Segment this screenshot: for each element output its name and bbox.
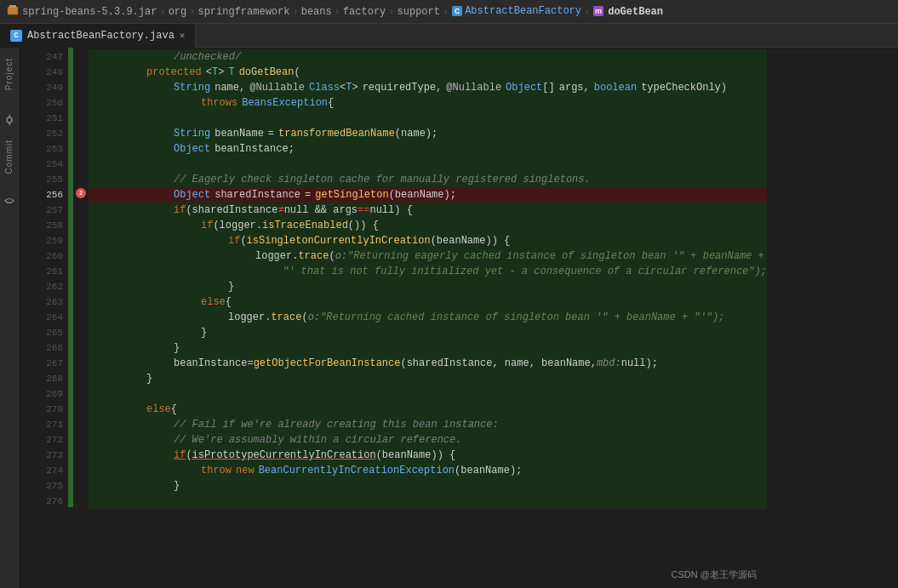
code-line-274: throw new BeanCurrentlyInCreationExcepti…: [89, 463, 767, 478]
ln-256: 256: [34, 187, 63, 203]
git-icon: [3, 195, 15, 207]
ln-257: 257: [34, 203, 63, 218]
ln-274: 274: [34, 463, 63, 478]
ln-264: 264: [34, 310, 63, 325]
code-line-248: protected <T> T doGetBean(: [89, 65, 767, 80]
breadcrumb-beans[interactable]: beans: [301, 6, 332, 18]
ln-266: 266: [34, 340, 63, 356]
tab-class-icon: C: [10, 30, 22, 42]
code-line-264: logger.trace( o: "Returning cached insta…: [89, 310, 767, 325]
svg-text:m: m: [595, 7, 602, 15]
code-line-261: "' that is not fully initialized yet - a…: [89, 264, 767, 279]
breadcrumb-jar[interactable]: spring-beans-5.3.9.jar: [22, 6, 157, 18]
commit-label[interactable]: Commit: [4, 140, 14, 174]
code-line-250: throws BeansException {: [89, 95, 767, 111]
ln-260: 260: [34, 248, 63, 264]
code-line-275: }: [89, 478, 767, 494]
ln-252: 252: [34, 126, 63, 141]
tab-bar: C AbstractBeanFactory.java ✕: [0, 24, 898, 48]
code-line-268: }: [89, 371, 767, 386]
code-line-249: String name, @Nullable Class<T> required…: [89, 80, 767, 95]
breadcrumb-springframework[interactable]: springframework: [197, 6, 289, 18]
ln-271: 271: [34, 417, 63, 432]
code-line-263: else {: [89, 294, 767, 310]
code-line-258: if (logger.isTraceEnabled()) {: [89, 218, 767, 233]
ln-268: 268: [34, 371, 63, 386]
breakpoint-256[interactable]: 2: [73, 186, 89, 201]
code-line-262: }: [89, 279, 767, 294]
ln-262: 262: [34, 279, 63, 294]
ln-247: 247: [34, 49, 63, 65]
ln-270: 270: [34, 402, 63, 417]
breadcrumb-org[interactable]: org: [169, 6, 187, 18]
code-line-247: /unchecked/: [89, 49, 767, 65]
breadcrumb-method[interactable]: doGetBean: [608, 6, 663, 18]
ln-258: 258: [34, 218, 63, 233]
ln-267: 267: [34, 356, 63, 371]
ln-263: 263: [34, 294, 63, 310]
ln-276: 276: [34, 494, 63, 509]
code-line-256: Object sharedInstance = getSingleton(bea…: [89, 187, 767, 203]
code-248-kw1: protected: [146, 65, 202, 80]
code-line-271: // Fail if we're already creating this b…: [89, 417, 767, 432]
ln-269: 269: [34, 386, 63, 402]
editor-container: Project Commit 247 248 249 250 251 252 2…: [0, 48, 898, 588]
ln-251: 251: [34, 111, 63, 126]
tab-close-button[interactable]: ✕: [180, 30, 186, 41]
code-line-276: [89, 494, 767, 509]
ln-275: 275: [34, 478, 63, 494]
ln-261: 261: [34, 264, 63, 279]
code-line-252: String beanName = transformedBeanName(na…: [89, 126, 767, 141]
code-line-259: if (isSingletonCurrentlyInCreation(beanN…: [89, 233, 767, 248]
ln-253: 253: [34, 141, 63, 157]
editor-inner: 247 248 249 250 251 252 253 254 255 256 …: [19, 48, 767, 588]
breadcrumb-class[interactable]: CAbstractBeanFactory: [451, 5, 581, 17]
code-line-269: [89, 386, 767, 402]
code-line-266: }: [89, 340, 767, 356]
line-numbers: 247 248 249 250 251 252 253 254 255 256 …: [34, 48, 68, 588]
ln-272: 272: [34, 432, 63, 448]
code-line-257: if (sharedInstance ≠ null && args == nul…: [89, 203, 767, 218]
project-label[interactable]: Project: [4, 58, 14, 90]
ln-259: 259: [34, 233, 63, 248]
breadcrumb-support[interactable]: support: [398, 6, 440, 18]
code-247-text: /unchecked/: [174, 49, 241, 65]
code-line-265: }: [89, 325, 767, 340]
code-line-267: beanInstance = getObjectForBeanInstance(…: [89, 356, 767, 371]
svg-point-6: [7, 117, 12, 123]
svg-rect-1: [9, 5, 16, 8]
code-line-272: // We're assumably within a circular ref…: [89, 432, 767, 448]
left-sidebar: Project Commit: [0, 48, 19, 588]
ln-273: 273: [34, 448, 63, 463]
breadcrumb-bar: spring-beans-5.3.9.jar › org › springfra…: [0, 0, 898, 24]
breadcrumb-factory[interactable]: factory: [343, 6, 386, 18]
tab-abstractbeanfactory[interactable]: C AbstractBeanFactory.java ✕: [0, 24, 196, 48]
ln-248: 248: [34, 65, 63, 80]
tab-label: AbstractBeanFactory.java: [27, 30, 174, 42]
ln-250: 250: [34, 95, 63, 111]
code-line-260: logger.trace( o: "Returning eagerly cach…: [89, 248, 767, 264]
code-area[interactable]: /unchecked/ protected <T> T doGetBean( S…: [89, 48, 767, 588]
watermark: CSDN @老王学源码: [672, 568, 757, 581]
code-line-255: // Eagerly check singleton cache for man…: [89, 172, 767, 187]
ln-254: 254: [34, 157, 63, 172]
commit-icon: [3, 114, 15, 126]
svg-rect-0: [8, 7, 18, 14]
code-line-253: Object beanInstance;: [89, 141, 767, 157]
code-line-270: else {: [89, 402, 767, 417]
code-line-273: if (isPrototypeCurrentlyInCreation(beanN…: [89, 448, 767, 463]
svg-text:C: C: [455, 7, 460, 15]
breakpoint-column: [19, 48, 34, 588]
ln-265: 265: [34, 325, 63, 340]
ln-255: 255: [34, 172, 63, 187]
breakpoint-indicator-col: 2: [73, 48, 89, 588]
ln-249: 249: [34, 80, 63, 95]
code-line-254: [89, 157, 767, 172]
code-line-251: [89, 111, 767, 126]
jar-icon: [7, 4, 19, 20]
